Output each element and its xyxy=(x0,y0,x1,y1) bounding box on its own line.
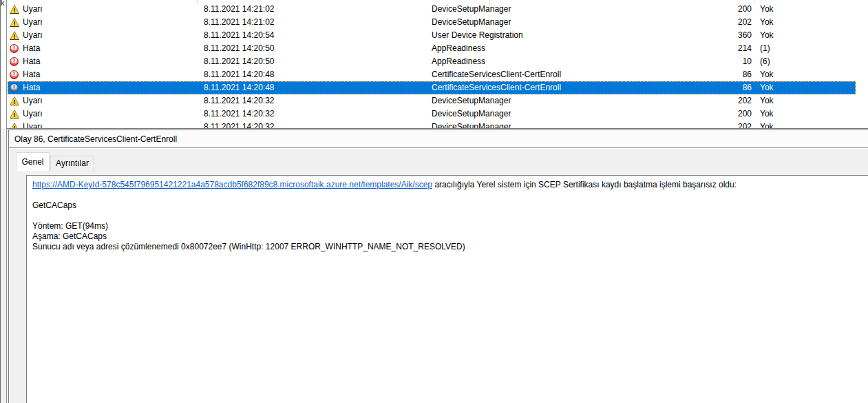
source-cell: CertificateServicesClient-CertEnroll xyxy=(432,81,561,94)
source-cell: DeviceSetupManager xyxy=(432,16,511,29)
level-cell: Hata xyxy=(23,68,40,81)
event-row[interactable]: Hata 8.11.2021 14:20:50 AppReadiness 214… xyxy=(8,42,856,55)
task-category-cell: Yok xyxy=(760,29,774,42)
task-category-cell: Yok xyxy=(760,3,774,16)
description-body-text: GetCACaps Yöntem: GET(94ms) Aşama: GetCA… xyxy=(32,190,863,252)
datetime-cell: 8.11.2021 14:20:50 xyxy=(204,42,275,55)
event-id-cell: 360 xyxy=(695,29,752,42)
level-cell: Uyarı xyxy=(23,3,43,16)
event-preview-pane: Olay 86, CertificateServicesClient-CertE… xyxy=(8,130,868,403)
error-icon xyxy=(10,44,19,53)
task-category-cell: (1) xyxy=(760,42,770,55)
task-category-cell: Yok xyxy=(760,81,774,94)
scep-url-link[interactable]: https://AMD-KeyId-578c545f796951421221a4… xyxy=(32,180,432,189)
warning-icon xyxy=(10,123,19,129)
event-row[interactable]: Hata 8.11.2021 14:20:48 CertificateServi… xyxy=(8,81,856,94)
datetime-cell: 8.11.2021 14:20:54 xyxy=(204,29,275,42)
level-cell: Uyarı xyxy=(23,107,43,121)
level-cell: Hata xyxy=(23,81,40,94)
tree-pane-divider[interactable] xyxy=(6,0,7,403)
event-row[interactable]: Uyarı 8.11.2021 14:20:54 User Device Reg… xyxy=(8,29,856,42)
task-category-cell: Yok xyxy=(760,68,774,81)
tab-details[interactable]: Ayrıntılar xyxy=(50,156,94,171)
window-left-edge xyxy=(0,0,1,403)
source-cell: DeviceSetupManager xyxy=(432,121,511,129)
event-id-cell: 86 xyxy=(695,68,752,81)
preview-pane-header: Olay 86, CertificateServicesClient-CertE… xyxy=(9,130,868,147)
source-cell: DeviceSetupManager xyxy=(432,3,511,16)
event-row[interactable]: Uyarı 8.11.2021 14:20:32 DeviceSetupMana… xyxy=(8,121,856,129)
source-cell: User Device Registration xyxy=(432,29,523,42)
task-category-cell: Yok xyxy=(760,107,774,121)
level-cell: Uyarı xyxy=(23,16,43,29)
task-category-cell: Yok xyxy=(760,121,774,129)
event-id-cell: 200 xyxy=(695,107,752,121)
description-lead-text: aracılığıyla Yerel sistem için SCEP Sert… xyxy=(432,180,737,189)
event-row[interactable]: Hata 8.11.2021 14:20:50 AppReadiness 10 … xyxy=(8,55,856,68)
datetime-cell: 8.11.2021 14:20:32 xyxy=(204,107,275,121)
error-icon xyxy=(10,57,19,66)
event-row[interactable]: Hata 8.11.2021 14:20:48 CertificateServi… xyxy=(8,68,856,81)
task-category-cell: Yok xyxy=(760,16,774,29)
source-cell: CertificateServicesClient-CertEnroll xyxy=(432,68,561,81)
event-row[interactable]: Uyarı 8.11.2021 14:21:02 DeviceSetupMana… xyxy=(8,3,856,16)
event-id-cell: 10 xyxy=(695,55,752,68)
error-icon xyxy=(10,70,19,79)
event-row[interactable]: Uyarı 8.11.2021 14:20:32 DeviceSetupMana… xyxy=(8,107,856,121)
level-cell: Uyarı xyxy=(23,94,43,107)
level-cell: Hata xyxy=(23,55,40,68)
event-id-cell: 202 xyxy=(695,94,752,107)
event-id-cell: 202 xyxy=(695,121,752,129)
event-description-box: https://AMD-KeyId-578c545f796951421221a4… xyxy=(26,175,868,403)
source-cell: AppReadiness xyxy=(432,55,485,68)
event-id-cell: 200 xyxy=(695,3,752,16)
event-list[interactable]: Uyarı 8.11.2021 14:21:02 DeviceSetupMana… xyxy=(7,0,868,129)
datetime-cell: 8.11.2021 14:20:32 xyxy=(204,94,275,107)
source-cell: DeviceSetupManager xyxy=(432,94,511,107)
event-id-cell: 86 xyxy=(695,81,752,94)
event-row[interactable]: Uyarı 8.11.2021 14:21:02 DeviceSetupMana… xyxy=(8,16,856,29)
event-id-cell: 202 xyxy=(695,16,752,29)
tab-general[interactable]: Genel xyxy=(16,152,50,171)
warning-icon xyxy=(10,5,19,14)
task-category-cell: (6) xyxy=(760,55,770,68)
level-cell: Uyarı xyxy=(23,29,43,42)
cut-off-tree-text: k xyxy=(1,0,5,7)
datetime-cell: 8.11.2021 14:20:32 xyxy=(204,121,275,129)
warning-icon xyxy=(10,96,19,105)
datetime-cell: 8.11.2021 14:20:48 xyxy=(204,68,275,81)
datetime-cell: 8.11.2021 14:20:48 xyxy=(204,81,275,94)
level-cell: Uyarı xyxy=(23,121,43,129)
preview-pane-title: Olay 86, CertificateServicesClient-CertE… xyxy=(14,134,177,144)
datetime-cell: 8.11.2021 14:21:02 xyxy=(204,16,275,29)
event-id-cell: 214 xyxy=(695,42,752,55)
error-icon xyxy=(10,83,19,92)
datetime-cell: 8.11.2021 14:21:02 xyxy=(204,3,275,16)
datetime-cell: 8.11.2021 14:20:50 xyxy=(204,55,275,68)
warning-icon xyxy=(10,31,19,40)
header-separator xyxy=(9,147,868,148)
tree-pane-gutter xyxy=(1,0,6,129)
level-cell: Hata xyxy=(23,42,40,55)
warning-icon xyxy=(10,18,19,27)
source-cell: DeviceSetupManager xyxy=(432,107,511,121)
warning-icon xyxy=(10,110,19,118)
event-row[interactable]: Uyarı 8.11.2021 14:20:32 DeviceSetupMana… xyxy=(8,94,856,107)
source-cell: AppReadiness xyxy=(432,42,485,55)
task-category-cell: Yok xyxy=(760,94,774,107)
